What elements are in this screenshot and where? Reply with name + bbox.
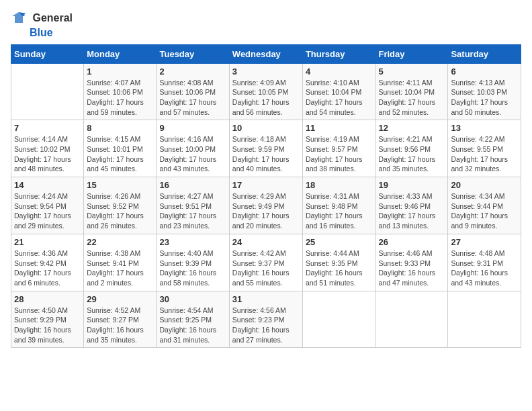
calendar-cell: 27Sunrise: 4:48 AM Sunset: 9:31 PM Dayli…: [448, 234, 521, 291]
day-info: Sunrise: 4:33 AM Sunset: 9:46 PM Dayligh…: [378, 191, 445, 231]
day-number: 14: [14, 180, 81, 190]
calendar-cell: 1Sunrise: 4:07 AM Sunset: 10:06 PM Dayli…: [84, 63, 157, 120]
day-info: Sunrise: 4:11 AM Sunset: 10:04 PM Daylig…: [378, 78, 445, 118]
calendar-cell: 5Sunrise: 4:11 AM Sunset: 10:04 PM Dayli…: [375, 63, 448, 120]
day-info: Sunrise: 4:44 AM Sunset: 9:35 PM Dayligh…: [306, 248, 373, 288]
day-info: Sunrise: 4:22 AM Sunset: 9:55 PM Dayligh…: [451, 134, 518, 174]
day-number: 9: [159, 123, 226, 133]
calendar-cell: 26Sunrise: 4:46 AM Sunset: 9:33 PM Dayli…: [375, 234, 448, 291]
day-number: 3: [232, 66, 300, 77]
day-info: Sunrise: 4:13 AM Sunset: 10:03 PM Daylig…: [451, 78, 518, 118]
day-info: Sunrise: 4:36 AM Sunset: 9:42 PM Dayligh…: [14, 248, 81, 288]
day-number: 16: [159, 180, 226, 190]
calendar-week-row-1: 1Sunrise: 4:07 AM Sunset: 10:06 PM Dayli…: [11, 63, 521, 120]
day-number: 2: [159, 66, 226, 77]
weekday-header-wednesday: Wednesday: [229, 44, 302, 63]
calendar-cell: 4Sunrise: 4:10 AM Sunset: 10:04 PM Dayli…: [302, 63, 375, 120]
day-number: 18: [306, 180, 373, 190]
day-number: 10: [232, 123, 300, 133]
day-number: 6: [451, 66, 518, 77]
calendar-cell: 30Sunrise: 4:54 AM Sunset: 9:25 PM Dayli…: [157, 291, 229, 348]
calendar-cell: 29Sunrise: 4:52 AM Sunset: 9:27 PM Dayli…: [84, 291, 157, 348]
logo: General Blue: [11, 11, 73, 39]
calendar-cell: [11, 63, 84, 120]
day-info: Sunrise: 4:18 AM Sunset: 9:59 PM Dayligh…: [232, 134, 300, 174]
logo-blue: Blue: [30, 27, 53, 38]
day-info: Sunrise: 4:14 AM Sunset: 10:02 PM Daylig…: [14, 134, 81, 174]
calendar-week-row-5: 28Sunrise: 4:50 AM Sunset: 9:29 PM Dayli…: [11, 291, 521, 348]
calendar-week-row-2: 7Sunrise: 4:14 AM Sunset: 10:02 PM Dayli…: [11, 120, 521, 177]
day-info: Sunrise: 4:19 AM Sunset: 9:57 PM Dayligh…: [306, 134, 373, 174]
day-number: 5: [378, 66, 445, 77]
day-number: 7: [14, 123, 81, 133]
weekday-header-friday: Friday: [375, 44, 448, 63]
day-info: Sunrise: 4:21 AM Sunset: 9:56 PM Dayligh…: [378, 134, 445, 174]
day-info: Sunrise: 4:27 AM Sunset: 9:51 PM Dayligh…: [159, 191, 226, 231]
calendar-cell: 9Sunrise: 4:16 AM Sunset: 10:00 PM Dayli…: [157, 120, 229, 177]
day-info: Sunrise: 4:07 AM Sunset: 10:06 PM Daylig…: [87, 78, 153, 118]
calendar-cell: 12Sunrise: 4:21 AM Sunset: 9:56 PM Dayli…: [375, 120, 448, 177]
calendar-cell: [448, 291, 521, 348]
calendar-cell: 10Sunrise: 4:18 AM Sunset: 9:59 PM Dayli…: [229, 120, 302, 177]
day-number: 28: [14, 294, 81, 304]
calendar-cell: 20Sunrise: 4:34 AM Sunset: 9:44 PM Dayli…: [448, 177, 521, 234]
day-info: Sunrise: 4:48 AM Sunset: 9:31 PM Dayligh…: [451, 248, 518, 288]
day-number: 26: [378, 237, 445, 247]
calendar-cell: [375, 291, 448, 348]
day-number: 23: [159, 237, 226, 247]
calendar-cell: 17Sunrise: 4:29 AM Sunset: 9:49 PM Dayli…: [229, 177, 302, 234]
day-number: 4: [306, 66, 373, 77]
day-info: Sunrise: 4:34 AM Sunset: 9:44 PM Dayligh…: [451, 191, 518, 231]
day-number: 17: [232, 180, 300, 190]
calendar-cell: 25Sunrise: 4:44 AM Sunset: 9:35 PM Dayli…: [302, 234, 375, 291]
calendar-cell: 15Sunrise: 4:26 AM Sunset: 9:52 PM Dayli…: [84, 177, 157, 234]
day-info: Sunrise: 4:38 AM Sunset: 9:41 PM Dayligh…: [87, 248, 153, 288]
day-number: 1: [87, 66, 153, 77]
page-header: General Blue: [11, 11, 521, 39]
day-number: 12: [378, 123, 445, 133]
day-number: 30: [159, 294, 226, 304]
weekday-header-sunday: Sunday: [11, 44, 84, 63]
calendar-cell: 13Sunrise: 4:22 AM Sunset: 9:55 PM Dayli…: [448, 120, 521, 177]
day-info: Sunrise: 4:54 AM Sunset: 9:25 PM Dayligh…: [159, 306, 226, 345]
day-number: 24: [232, 237, 300, 247]
weekday-header-row: SundayMondayTuesdayWednesdayThursdayFrid…: [11, 44, 521, 63]
day-info: Sunrise: 4:46 AM Sunset: 9:33 PM Dayligh…: [378, 248, 445, 288]
calendar-week-row-3: 14Sunrise: 4:24 AM Sunset: 9:54 PM Dayli…: [11, 177, 521, 234]
day-info: Sunrise: 4:40 AM Sunset: 9:39 PM Dayligh…: [159, 248, 226, 288]
weekday-header-tuesday: Tuesday: [157, 44, 229, 63]
calendar-cell: 28Sunrise: 4:50 AM Sunset: 9:29 PM Dayli…: [11, 291, 84, 348]
calendar-cell: 11Sunrise: 4:19 AM Sunset: 9:57 PM Dayli…: [302, 120, 375, 177]
calendar-cell: 22Sunrise: 4:38 AM Sunset: 9:41 PM Dayli…: [84, 234, 157, 291]
day-number: 19: [378, 180, 445, 190]
logo-general: General: [32, 12, 73, 24]
day-info: Sunrise: 4:26 AM Sunset: 9:52 PM Dayligh…: [87, 191, 153, 231]
day-number: 21: [14, 237, 81, 247]
day-number: 27: [451, 237, 518, 247]
day-number: 11: [306, 123, 373, 133]
calendar-cell: [302, 291, 375, 348]
calendar-cell: 21Sunrise: 4:36 AM Sunset: 9:42 PM Dayli…: [11, 234, 84, 291]
calendar-cell: 23Sunrise: 4:40 AM Sunset: 9:39 PM Dayli…: [157, 234, 229, 291]
day-number: 8: [87, 123, 153, 133]
calendar-cell: 7Sunrise: 4:14 AM Sunset: 10:02 PM Dayli…: [11, 120, 84, 177]
day-info: Sunrise: 4:29 AM Sunset: 9:49 PM Dayligh…: [232, 191, 300, 231]
calendar-cell: 31Sunrise: 4:56 AM Sunset: 9:23 PM Dayli…: [229, 291, 302, 348]
day-number: 22: [87, 237, 153, 247]
calendar-cell: 16Sunrise: 4:27 AM Sunset: 9:51 PM Dayli…: [157, 177, 229, 234]
weekday-header-monday: Monday: [84, 44, 157, 63]
calendar-table: SundayMondayTuesdayWednesdayThursdayFrid…: [11, 44, 521, 349]
day-number: 31: [232, 294, 300, 304]
day-info: Sunrise: 4:52 AM Sunset: 9:27 PM Dayligh…: [87, 306, 153, 345]
weekday-header-thursday: Thursday: [302, 44, 375, 63]
day-info: Sunrise: 4:15 AM Sunset: 10:01 PM Daylig…: [87, 134, 153, 174]
day-info: Sunrise: 4:09 AM Sunset: 10:05 PM Daylig…: [232, 78, 300, 118]
calendar-cell: 18Sunrise: 4:31 AM Sunset: 9:48 PM Dayli…: [302, 177, 375, 234]
calendar-week-row-4: 21Sunrise: 4:36 AM Sunset: 9:42 PM Dayli…: [11, 234, 521, 291]
calendar-cell: 19Sunrise: 4:33 AM Sunset: 9:46 PM Dayli…: [375, 177, 448, 234]
day-number: 25: [306, 237, 373, 247]
day-number: 15: [87, 180, 153, 190]
calendar-cell: 2Sunrise: 4:08 AM Sunset: 10:06 PM Dayli…: [157, 63, 229, 120]
calendar-cell: 6Sunrise: 4:13 AM Sunset: 10:03 PM Dayli…: [448, 63, 521, 120]
calendar-cell: 3Sunrise: 4:09 AM Sunset: 10:05 PM Dayli…: [229, 63, 302, 120]
